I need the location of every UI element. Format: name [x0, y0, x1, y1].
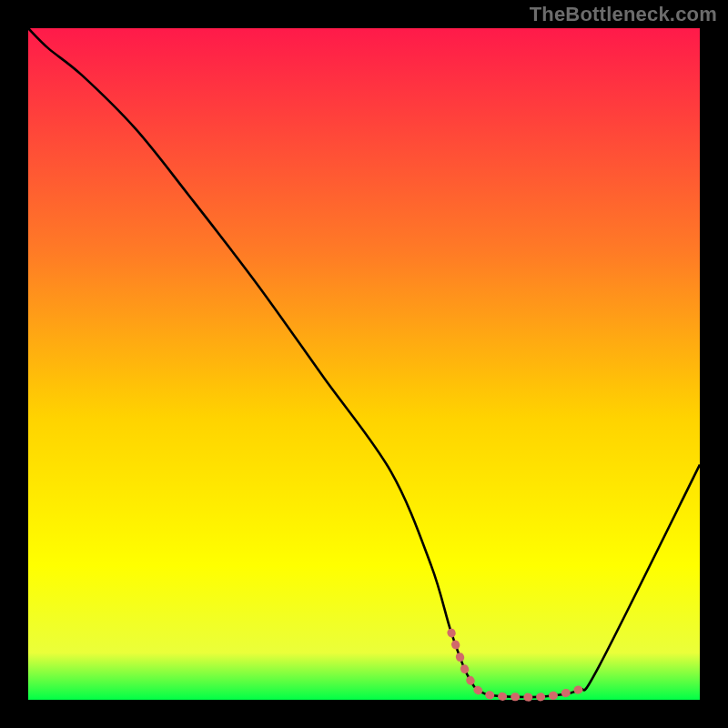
- plot-background: [28, 28, 700, 700]
- chart-stage: { "watermark": "TheBottleneck.com", "col…: [0, 0, 728, 728]
- bottleneck-chart: [0, 0, 728, 728]
